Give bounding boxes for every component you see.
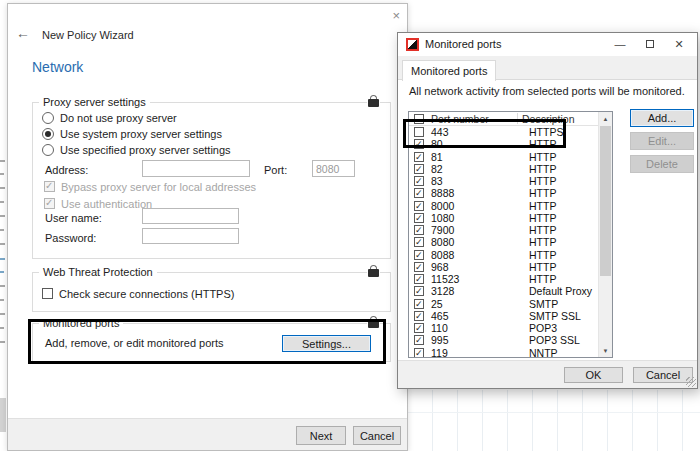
dialog-description: All network activity from selected ports…: [409, 85, 685, 97]
table-row[interactable]: 465SMTP SSL: [409, 310, 598, 322]
table-row[interactable]: 82HTTP: [409, 163, 598, 175]
radio-do-not-use-proxy[interactable]: Do not use proxy server: [42, 111, 177, 124]
background-window-fragment: [0, 160, 5, 162]
port-description-cell: HTTP: [529, 163, 556, 175]
table-row[interactable]: 7900HTTP: [409, 224, 598, 236]
row-checkbox[interactable]: [414, 237, 424, 247]
row-checkbox[interactable]: [414, 201, 424, 211]
port-number-cell: 1080: [431, 212, 522, 224]
column-divider[interactable]: [517, 113, 518, 124]
select-all-checkbox[interactable]: [414, 114, 424, 124]
radio-icon[interactable]: [42, 144, 54, 156]
radio-use-specified-proxy[interactable]: Use specified proxy server settings: [42, 143, 231, 156]
background-window-fragment: [0, 341, 5, 343]
table-row[interactable]: 1080HTTP: [409, 212, 598, 224]
table-row[interactable]: 83HTTP: [409, 175, 598, 187]
edit-button[interactable]: Edit...: [630, 132, 694, 150]
table-row[interactable]: 8088HTTP: [409, 249, 598, 261]
table-row[interactable]: 968HTTP: [409, 261, 598, 273]
scrollbar-thumb[interactable]: [600, 126, 611, 276]
row-checkbox[interactable]: [414, 213, 424, 223]
monitored-ports-group: Monitored ports Add, remove, or edit mon…: [32, 323, 391, 362]
port-description-cell: HTTP: [529, 200, 556, 212]
table-row[interactable]: 995POP3 SSL: [409, 334, 598, 346]
row-checkbox[interactable]: [414, 152, 424, 162]
row-checkbox[interactable]: [414, 335, 424, 345]
port-table-header[interactable]: Port number Description: [409, 112, 598, 126]
lock-icon[interactable]: [367, 95, 380, 107]
table-row[interactable]: 110POP3: [409, 322, 598, 334]
radio-use-system-proxy[interactable]: Use system proxy server settings: [42, 127, 222, 140]
port-number-column-header[interactable]: Port number: [431, 113, 489, 125]
row-checkbox[interactable]: [414, 250, 424, 260]
checkbox-icon[interactable]: [44, 181, 55, 192]
table-row[interactable]: 81HTTP: [409, 151, 598, 163]
port-description-cell: HTTP: [529, 249, 556, 261]
dialog-cancel-button[interactable]: Cancel: [633, 367, 693, 383]
lock-icon[interactable]: [367, 265, 380, 277]
resize-grip[interactable]: [686, 377, 696, 387]
row-checkbox[interactable]: [414, 299, 424, 309]
table-row[interactable]: 119NNTP: [409, 347, 598, 358]
table-row[interactable]: 8000HTTP: [409, 200, 598, 212]
check-https-checkbox-row[interactable]: Check secure connections (HTTPS): [42, 287, 234, 300]
port-number-cell: 8888: [431, 187, 522, 199]
radio-icon[interactable]: [42, 112, 54, 124]
port-number-cell: 82: [431, 163, 522, 175]
maximize-icon[interactable]: [639, 35, 661, 53]
row-checkbox[interactable]: [414, 311, 424, 321]
tab-monitored-ports[interactable]: Monitored ports: [402, 60, 496, 81]
table-row[interactable]: 8888HTTP: [409, 187, 598, 199]
row-checkbox[interactable]: [414, 176, 424, 186]
dialog-titlebar[interactable]: Monitored ports — ✕: [398, 33, 697, 56]
radio-icon[interactable]: [42, 128, 54, 140]
bypass-proxy-checkbox-row[interactable]: Bypass proxy server for local addresses: [44, 180, 256, 193]
use-authentication-checkbox-row[interactable]: Use authentication: [44, 197, 152, 210]
table-row[interactable]: 80HTTP: [409, 138, 598, 150]
back-arrow-icon[interactable]: ←: [16, 25, 30, 41]
row-checkbox[interactable]: [414, 188, 424, 198]
checkbox-icon[interactable]: [44, 198, 55, 209]
port-description-cell: HTTP: [529, 175, 556, 187]
row-checkbox[interactable]: [414, 127, 424, 137]
minimize-icon[interactable]: —: [609, 35, 631, 53]
description-column-header[interactable]: Description: [522, 113, 575, 125]
close-icon[interactable]: ×: [392, 9, 400, 22]
table-row[interactable]: 11523HTTP: [409, 273, 598, 285]
add-button[interactable]: Add...: [630, 109, 694, 127]
port-number-cell: 995: [431, 334, 522, 346]
row-checkbox[interactable]: [414, 323, 424, 333]
row-checkbox[interactable]: [414, 274, 424, 284]
row-checkbox[interactable]: [414, 164, 424, 174]
table-row[interactable]: 443HTTPS: [409, 126, 598, 138]
row-checkbox[interactable]: [414, 348, 424, 357]
username-label: User name:: [45, 212, 102, 224]
lock-icon[interactable]: [367, 316, 380, 328]
row-checkbox[interactable]: [414, 286, 424, 296]
port-label: Port:: [264, 164, 287, 176]
row-checkbox[interactable]: [414, 262, 424, 272]
delete-button[interactable]: Delete: [630, 155, 694, 173]
username-input[interactable]: [142, 208, 239, 224]
vertical-scrollbar[interactable]: ▲ ▼: [598, 112, 612, 357]
group-title: Web Threat Protection: [39, 266, 157, 278]
checkbox-icon[interactable]: [42, 288, 53, 299]
cancel-button[interactable]: Cancel: [353, 426, 401, 445]
address-input[interactable]: [142, 160, 250, 177]
scroll-up-icon[interactable]: ▲: [599, 112, 612, 125]
ok-button[interactable]: OK: [564, 367, 623, 383]
port-input[interactable]: [312, 160, 355, 177]
background-window-fragment: [0, 271, 4, 273]
settings-button[interactable]: Settings...: [282, 335, 371, 352]
next-button[interactable]: Next: [296, 426, 346, 445]
row-checkbox[interactable]: [414, 225, 424, 235]
wizard-title: New Policy Wizard: [42, 29, 134, 41]
close-icon[interactable]: ✕: [668, 35, 690, 53]
password-input[interactable]: [142, 228, 239, 244]
dialog-title: Monitored ports: [425, 38, 501, 50]
scroll-down-icon[interactable]: ▼: [599, 344, 612, 357]
row-checkbox[interactable]: [414, 139, 424, 149]
table-row[interactable]: 3128Default Proxy: [409, 285, 598, 297]
table-row[interactable]: 25SMTP: [409, 298, 598, 310]
table-row[interactable]: 8080HTTP: [409, 236, 598, 248]
